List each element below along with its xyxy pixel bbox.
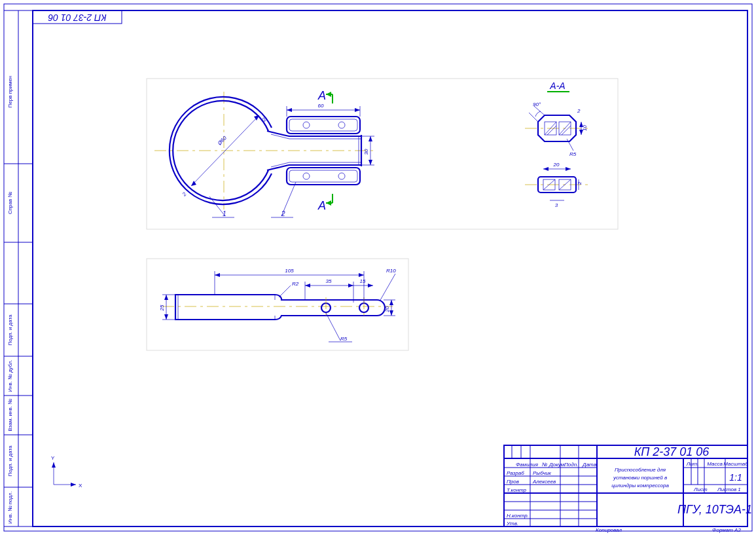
left-cell-5: Справ № bbox=[7, 192, 13, 214]
tb-h-name: Фамилия bbox=[516, 462, 539, 468]
left-cell-0: Инв. № подл. bbox=[7, 491, 13, 524]
svg-point-22 bbox=[338, 173, 345, 179]
dim-25: 25 bbox=[159, 304, 165, 311]
tb-h-sign: Подп. bbox=[564, 462, 578, 468]
svg-marker-27 bbox=[287, 108, 292, 112]
svg-marker-73 bbox=[164, 314, 168, 320]
tb-check-v: Алексеев bbox=[532, 479, 556, 485]
tb-title2: установки поршней в bbox=[613, 475, 667, 481]
svg-point-19 bbox=[303, 122, 310, 128]
tb-title1: Приспособление для bbox=[615, 467, 666, 473]
axis-x: X bbox=[79, 483, 82, 489]
balloon-2: 2 bbox=[281, 210, 285, 217]
tb-sheets: Листов 1 bbox=[717, 487, 741, 492]
tb-dev: Разраб bbox=[507, 470, 524, 476]
axis-y: Y bbox=[51, 455, 55, 461]
side-view: 105 R2 35 15 R10 R5 25 20 bbox=[159, 268, 396, 342]
svg-marker-100 bbox=[543, 167, 549, 171]
svg-marker-62 bbox=[305, 284, 310, 287]
svg-line-60 bbox=[279, 286, 291, 297]
svg-marker-67 bbox=[368, 284, 373, 287]
dim-dia60: Ø60 bbox=[216, 135, 228, 147]
svg-point-21 bbox=[303, 173, 310, 179]
dim-30: 30 bbox=[363, 149, 369, 155]
section-A-top: А bbox=[317, 89, 326, 102]
left-cell-1: Подп. и дата bbox=[7, 445, 13, 477]
svg-marker-41 bbox=[326, 200, 331, 206]
svg-rect-18 bbox=[289, 170, 357, 182]
tb-scale: Масштаб bbox=[723, 461, 748, 467]
section-view: А-А 90° R5 10 2 bbox=[525, 81, 589, 208]
svg-marker-32 bbox=[369, 136, 372, 141]
svg-marker-106 bbox=[71, 483, 76, 487]
svg-marker-72 bbox=[164, 295, 168, 300]
dim-r10: R10 bbox=[386, 268, 396, 274]
dim-60: 60 bbox=[318, 103, 324, 109]
left-cell-4: Подп. и дата bbox=[7, 314, 13, 346]
section-A-bot: А bbox=[317, 199, 326, 212]
svg-marker-57 bbox=[359, 273, 364, 277]
tb-sheet: Лист bbox=[693, 487, 708, 492]
tb-h-doc: № Докум. bbox=[542, 462, 566, 468]
tb-h-date: Дата bbox=[582, 462, 597, 468]
tb-dev-v: Рыбчик bbox=[533, 470, 552, 476]
id-top-text: КП 2-37 01 06 bbox=[48, 12, 106, 23]
left-cell-3: Инв. № дубл. bbox=[7, 360, 13, 392]
svg-marker-56 bbox=[215, 273, 220, 277]
svg-line-68 bbox=[380, 274, 395, 301]
dim-2: 2 bbox=[577, 181, 583, 185]
tb-scale-v: 1:1 bbox=[729, 472, 742, 483]
plan-view: Ø60 2 2 60 30 А А 1 2 bbox=[154, 89, 376, 217]
dim-35: 35 bbox=[326, 278, 332, 284]
svg-line-69 bbox=[326, 313, 340, 341]
tb-tcontr: Т.контр bbox=[507, 487, 527, 493]
dim-20b: 20 bbox=[384, 306, 390, 312]
svg-marker-33 bbox=[369, 160, 372, 165]
tb-title3: цилиндры компрессора bbox=[611, 483, 669, 489]
dim-r5b: R5 bbox=[569, 151, 577, 157]
left-cell-6: Перв примен bbox=[7, 76, 13, 108]
balloon-1: 1 bbox=[223, 210, 226, 217]
tb-ncontr: Н.контр. bbox=[507, 513, 529, 519]
drawing-sheet: КП 2-37 01 06 Инв. № подл. Подп. и дата … bbox=[0, 0, 756, 535]
dim-ring-thk-b: 2 bbox=[181, 191, 188, 198]
title-block: КП 2-37 01 06 Фамилия № Докум. Подп. Дат… bbox=[504, 445, 752, 526]
viewport-2 bbox=[147, 259, 408, 350]
axis-indicator: X Y bbox=[51, 455, 82, 489]
balloon-2b: 2 bbox=[577, 108, 581, 114]
footer-copied: Копировал bbox=[596, 527, 622, 533]
tb-org: ПГУ, 10ТЭА-1 bbox=[677, 503, 752, 516]
dim-r5a: R5 bbox=[340, 336, 348, 342]
dim-r2: R2 bbox=[292, 281, 299, 287]
dim-15: 15 bbox=[360, 278, 366, 284]
svg-marker-101 bbox=[566, 167, 571, 171]
svg-rect-16 bbox=[289, 119, 357, 131]
section-title: А-А bbox=[549, 81, 565, 91]
svg-marker-107 bbox=[52, 462, 56, 468]
dim-20c: 20 bbox=[553, 162, 560, 168]
dim-105: 105 bbox=[285, 268, 294, 274]
left-cell-2: Взам. инв. № bbox=[7, 399, 13, 432]
svg-marker-38 bbox=[326, 92, 331, 97]
svg-line-98 bbox=[559, 179, 571, 190]
svg-line-86 bbox=[559, 122, 571, 135]
tb-approve: Утв. bbox=[506, 521, 518, 526]
tb-mass: Масса bbox=[707, 461, 723, 467]
dim-90: 90° bbox=[533, 101, 541, 107]
svg-marker-28 bbox=[355, 108, 360, 112]
left-strip: Инв. № подл. Подп. и дата Взам. инв. № И… bbox=[4, 10, 33, 526]
footer-format: Формат А2 bbox=[712, 527, 741, 533]
svg-marker-63 bbox=[348, 284, 353, 287]
tb-lit: Лит. bbox=[686, 461, 699, 467]
dim-3: 3 bbox=[555, 202, 558, 208]
tb-check: Пров bbox=[507, 479, 519, 485]
svg-point-20 bbox=[338, 122, 345, 128]
dim-10a: 10 bbox=[582, 125, 588, 131]
svg-marker-77 bbox=[389, 300, 393, 305]
tb-drawing-no: КП 2-37 01 06 bbox=[634, 445, 710, 458]
